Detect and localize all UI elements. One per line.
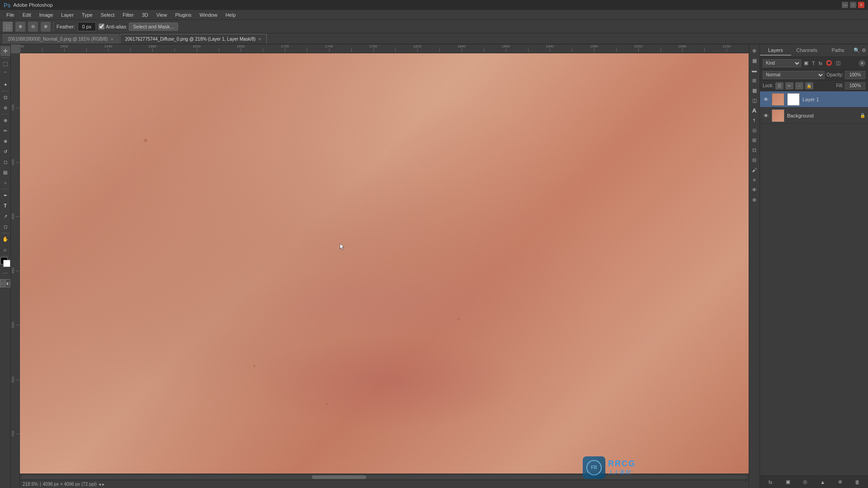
menu-filter[interactable]: Filter: [119, 11, 137, 19]
tab-paths[interactable]: Paths: [822, 46, 854, 56]
canvas-container[interactable]: [20, 53, 749, 480]
antialias-checkbox[interactable]: [99, 23, 104, 29]
tool-extra[interactable]: ⋯: [0, 268, 10, 278]
tool-option-new-selection[interactable]: ⬚: [3, 22, 13, 32]
menu-plugins[interactable]: Plugins: [171, 11, 195, 19]
side-icon-9[interactable]: ◎: [750, 126, 759, 135]
tool-option-add-selection[interactable]: ⊕: [15, 22, 25, 32]
tool-option-subtract-selection[interactable]: ⊖: [28, 22, 38, 32]
add-adjustment-button[interactable]: ◎: [801, 478, 809, 486]
tool-zoom[interactable]: ⌕: [0, 244, 10, 254]
side-icon-paint[interactable]: 🖌: [750, 165, 759, 174]
canvas[interactable]: [20, 53, 749, 480]
menu-window[interactable]: Window: [196, 11, 221, 19]
panel-search-icon[interactable]: 🔍: [854, 47, 860, 53]
feather-input[interactable]: [78, 22, 96, 31]
scrollbar-thumb[interactable]: [312, 475, 366, 479]
tool-shape[interactable]: ◻: [0, 221, 10, 231]
layer-visibility-layer1[interactable]: 👁: [763, 96, 769, 103]
tool-path-select[interactable]: ↗: [0, 211, 10, 221]
side-icon-adjust[interactable]: ≡: [750, 175, 759, 184]
tool-brush[interactable]: ✏: [0, 126, 10, 136]
tab-diffuse[interactable]: 2061762775744_Diffuse_0.png @ 218% (Laye…: [120, 34, 267, 44]
filter-fx-icon[interactable]: fx: [818, 61, 824, 66]
side-icon-2[interactable]: ▦: [750, 56, 759, 65]
tab-normal[interactable]: 2061088280000_Normal_0.png @ 181% (RGB/8…: [3, 34, 119, 44]
tool-hand[interactable]: ✋: [0, 234, 10, 244]
blend-mode-select[interactable]: Normal Dissolve Multiply Screen Overlay: [763, 71, 825, 79]
tool-magic-wand[interactable]: ✦: [0, 80, 10, 89]
menu-3d[interactable]: 3D: [138, 11, 152, 19]
tool-marquee[interactable]: ⬚: [0, 59, 10, 69]
menu-file[interactable]: File: [3, 11, 18, 19]
close-button[interactable]: ✕: [858, 2, 864, 8]
tool-type[interactable]: T: [0, 201, 10, 211]
side-icon-3[interactable]: ▬: [750, 66, 759, 75]
add-mask-button[interactable]: ▣: [784, 478, 792, 486]
fill-input[interactable]: [845, 82, 865, 89]
lock-position-icon[interactable]: ✏: [785, 82, 793, 89]
side-icon-eye[interactable]: 👁: [750, 185, 759, 194]
menu-layer[interactable]: Layer: [57, 11, 77, 19]
opacity-input[interactable]: [845, 71, 865, 79]
filter-smart-icon[interactable]: ◫: [835, 60, 841, 66]
quick-mask-mode[interactable]: ◧: [5, 279, 10, 287]
delete-layer-button[interactable]: 🗑: [854, 478, 862, 486]
layer-item-background[interactable]: 👁 Background 🔒: [760, 108, 868, 124]
lock-pixels-icon[interactable]: ☰: [775, 82, 783, 89]
tool-eraser[interactable]: ◻: [0, 157, 10, 167]
menu-edit[interactable]: Edit: [19, 11, 35, 19]
filter-toggle[interactable]: ●: [859, 60, 865, 66]
filter-type-select[interactable]: Kind Name Effect Mode Attribute Color Sm…: [763, 59, 801, 67]
menu-type[interactable]: Type: [78, 11, 96, 19]
side-icon-table[interactable]: ⊞: [750, 76, 759, 85]
antialias-check[interactable]: Anti-alias: [99, 23, 126, 29]
lock-artboard-icon[interactable]: ↔: [795, 82, 803, 89]
add-layer-button[interactable]: ⊕: [836, 478, 844, 486]
tab-layers[interactable]: Layers: [760, 46, 791, 56]
tool-crop[interactable]: ⊡: [0, 92, 10, 102]
side-icon-12[interactable]: ⊟: [750, 155, 759, 164]
tool-dodge[interactable]: ○: [0, 178, 10, 188]
tool-gradient[interactable]: ▤: [0, 167, 10, 177]
background-color[interactable]: [3, 260, 10, 267]
horizontal-scrollbar[interactable]: [20, 474, 749, 480]
panel-settings-icon[interactable]: ⚙: [862, 47, 866, 53]
select-mask-button[interactable]: Select and Mask...: [129, 23, 178, 31]
tool-pen[interactable]: ✒: [0, 190, 10, 200]
layer-visibility-background[interactable]: 👁: [763, 113, 769, 119]
tool-history[interactable]: ↺: [0, 146, 10, 156]
layer-item-layer1[interactable]: 👁 Layer 1: [760, 91, 868, 108]
menu-select[interactable]: Select: [97, 11, 118, 19]
tab-channels[interactable]: Channels: [791, 46, 822, 56]
tab-normal-close[interactable]: ✕: [110, 37, 114, 42]
filter-vector-icon[interactable]: ⭕: [825, 60, 833, 66]
menu-image[interactable]: Image: [36, 11, 57, 19]
menu-view[interactable]: View: [153, 11, 171, 19]
menu-help[interactable]: Help: [222, 11, 240, 19]
standard-mode[interactable]: □: [0, 279, 5, 287]
canvas-area[interactable]: 1460150015401580162016601700174017801820…: [11, 44, 749, 488]
side-icon-6[interactable]: ◫: [750, 96, 759, 105]
maximize-button[interactable]: □: [850, 2, 856, 8]
add-group-button[interactable]: ▲: [819, 478, 827, 486]
minimize-button[interactable]: —: [842, 2, 848, 8]
filter-pixel-icon[interactable]: ▣: [803, 60, 809, 66]
add-style-button[interactable]: fx: [766, 478, 774, 486]
filter-type-icon[interactable]: T: [811, 61, 816, 66]
tool-clone[interactable]: ⊗: [0, 136, 10, 146]
side-icon-11[interactable]: ⊡: [750, 145, 759, 155]
color-swatches[interactable]: [0, 257, 10, 267]
tool-move[interactable]: ✛: [0, 46, 10, 56]
side-icon-7[interactable]: A: [750, 106, 759, 115]
side-icon-8[interactable]: ¶: [750, 116, 759, 125]
tool-eyedropper[interactable]: ⊘: [0, 103, 10, 113]
side-icon-10[interactable]: ⊞: [750, 136, 759, 145]
lock-all-icon[interactable]: 🔒: [805, 82, 813, 89]
tool-lasso[interactable]: ⌒: [0, 69, 10, 79]
tab-diffuse-close[interactable]: ✕: [258, 37, 262, 42]
tool-healing[interactable]: ⊕: [0, 115, 10, 125]
side-icon-1[interactable]: ⊕: [750, 46, 759, 55]
side-icon-5[interactable]: ▩: [750, 86, 759, 95]
tool-option-intersect-selection[interactable]: ⊗: [41, 22, 51, 32]
